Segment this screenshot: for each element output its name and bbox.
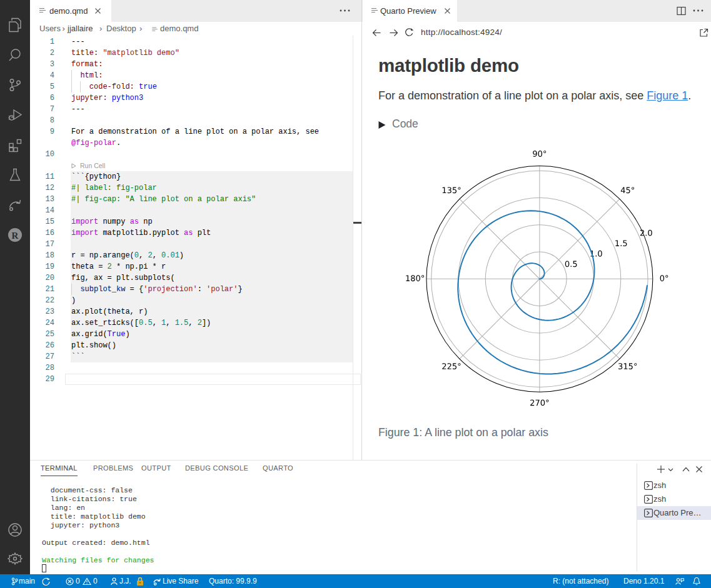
- svg-text:R: R: [12, 231, 19, 241]
